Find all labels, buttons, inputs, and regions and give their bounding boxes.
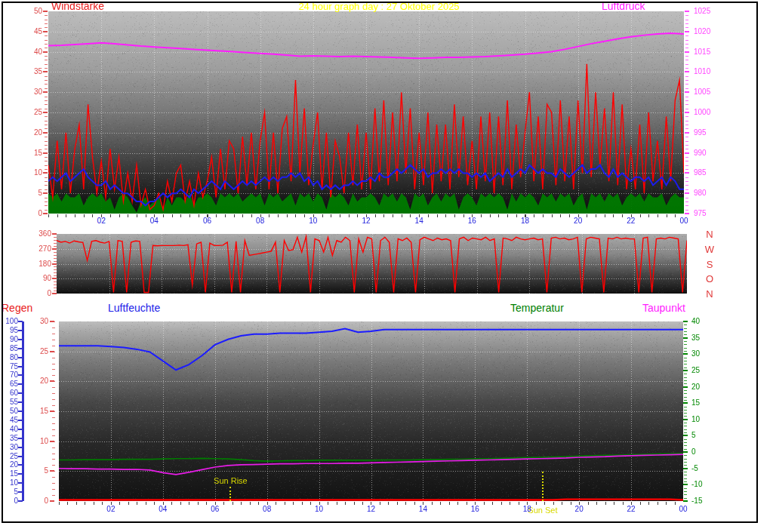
hour-tick-label: 00	[674, 505, 692, 513]
compass-label: N	[704, 288, 716, 300]
axis-tick-label: 35	[691, 334, 700, 342]
axis-minor-ticks	[684, 321, 687, 501]
axis-tick-label: 360	[21, 230, 51, 238]
axis-tick-label: 40	[12, 48, 42, 56]
axis-tick-label: 1020	[694, 28, 710, 35]
axis-tick-label: -5	[691, 465, 698, 472]
compass-label: N	[704, 229, 716, 240]
axis-tick-label: 985	[694, 169, 707, 177]
axis-tick-label: 40	[691, 318, 700, 325]
axis-tick-label: 100	[0, 318, 18, 325]
sunrise-marker-line	[229, 487, 231, 501]
axis-tick-label: 5	[0, 488, 18, 496]
hour-tick-label: 02	[92, 217, 110, 225]
hour-tick-label: 12	[362, 505, 380, 513]
axis-tick-label: 0	[12, 210, 42, 217]
axis-tick-label: 1010	[694, 68, 710, 75]
axis-tick-label: 30	[18, 318, 48, 325]
hour-tick-label: 10	[304, 217, 322, 225]
hour-tick-label: 14	[414, 505, 432, 513]
axis-minor-ticks	[54, 234, 57, 294]
axis-tick-label: 30	[12, 88, 42, 96]
axis-tick-label: 1015	[694, 48, 710, 56]
hour-tick-label: 06	[199, 217, 217, 225]
axis-tick-label: 15	[18, 407, 48, 415]
wind-direction-chart	[57, 234, 687, 294]
axis-tick-label: 0	[21, 290, 51, 297]
luftdruck-label: Luftdruck	[602, 0, 645, 12]
axis-tick-label: 20	[0, 461, 18, 469]
hour-tick-label: 20	[569, 217, 587, 225]
weather-24h-graph: Windstärke 24 hour graph day : 27 Oktobe…	[0, 0, 773, 532]
temperatur-label: Temperatur	[510, 302, 564, 314]
axis-tick-label: 25	[12, 109, 42, 116]
axis-minor-ticks	[52, 321, 55, 501]
hour-tick-label: 08	[258, 505, 276, 513]
windstaerke-label: Windstärke	[51, 0, 104, 12]
axis-tick-label: 40	[0, 426, 18, 433]
axis-tick-label: 45	[12, 28, 42, 35]
sunrise-label: Sun Rise	[211, 476, 249, 485]
hour-tick-label: 18	[518, 505, 536, 513]
hour-tick-label: 16	[463, 217, 481, 225]
axis-tick-label: 55	[0, 398, 18, 406]
axis-tick-label: 15	[0, 470, 18, 478]
axis-tick-label: 1025	[694, 8, 710, 15]
axis-tick-label: 65	[0, 380, 18, 388]
axis-tick-label: 10	[12, 169, 42, 177]
axis-tick-label: 50	[0, 407, 18, 415]
axis-tick-label: 5	[12, 189, 42, 197]
axis-tick-label: 975	[694, 210, 707, 217]
axis-tick-label: 35	[0, 435, 18, 442]
compass-label: W	[704, 244, 716, 255]
hour-tick-label: 22	[622, 217, 640, 225]
hour-tick-label: 08	[251, 217, 269, 225]
axis-tick-label: 35	[12, 68, 42, 75]
wind-pressure-chart	[48, 11, 684, 214]
hour-tick-label: 12	[357, 217, 375, 225]
axis-tick-label: 1000	[694, 109, 710, 116]
axis-tick-label: -10	[691, 481, 702, 488]
axis-tick-label: 995	[694, 129, 707, 137]
axis-tick-label: 180	[21, 260, 51, 268]
axis-tick-label: 25	[691, 367, 700, 374]
graph-title: 24 hour graph day : 27 Oktober 2025	[236, 1, 522, 12]
hour-tick-label: 14	[410, 217, 428, 225]
axis-tick-label: 5	[18, 467, 48, 475]
hour-tick-label: 16	[466, 505, 484, 513]
axis-tick-label: 90	[21, 275, 51, 282]
axis-tick-label: 95	[0, 327, 18, 334]
axis-tick-label: 0	[0, 497, 18, 505]
axis-tick-label: 0	[691, 448, 696, 456]
axis-tick-label: 90	[0, 336, 18, 343]
luftfeuchte-label: Luftfeuchte	[108, 302, 160, 314]
humidity-temperature-chart	[59, 321, 683, 501]
axis-tick-label: 15	[12, 149, 42, 157]
taupunkt-label: Taupunkt	[642, 302, 685, 314]
axis-tick-label: 70	[0, 371, 18, 379]
hour-tick-label: 18	[516, 217, 534, 225]
hour-tick-row	[59, 502, 683, 505]
hour-tick-label: 06	[206, 505, 224, 513]
hour-tick-label: 04	[145, 217, 163, 225]
sunset-marker-line	[542, 472, 544, 501]
axis-tick-label: 15	[691, 399, 700, 407]
axis-tick-label: 980	[694, 189, 707, 197]
axis-tick-label: 10	[0, 479, 18, 487]
axis-tick-label: 20	[691, 383, 700, 391]
axis-tick-label: 25	[18, 348, 48, 355]
axis-tick-label: 20	[18, 377, 48, 385]
axis-tick-label: 75	[0, 363, 18, 371]
hour-tick-row	[48, 214, 684, 217]
axis-tick-label: 45	[0, 417, 18, 424]
axis-tick-label: 25	[0, 453, 18, 460]
hour-tick-label: 20	[570, 505, 588, 513]
axis-tick-label: 1005	[694, 88, 710, 96]
axis-tick-label: 5	[691, 432, 696, 439]
compass-label: S	[704, 259, 716, 270]
axis-tick-label: 270	[21, 245, 51, 253]
hour-tick-label: 00	[675, 217, 693, 225]
axis-tick-label: 10	[18, 438, 48, 445]
hour-tick-label: 02	[102, 505, 120, 513]
axis-tick-label: 20	[12, 129, 42, 137]
